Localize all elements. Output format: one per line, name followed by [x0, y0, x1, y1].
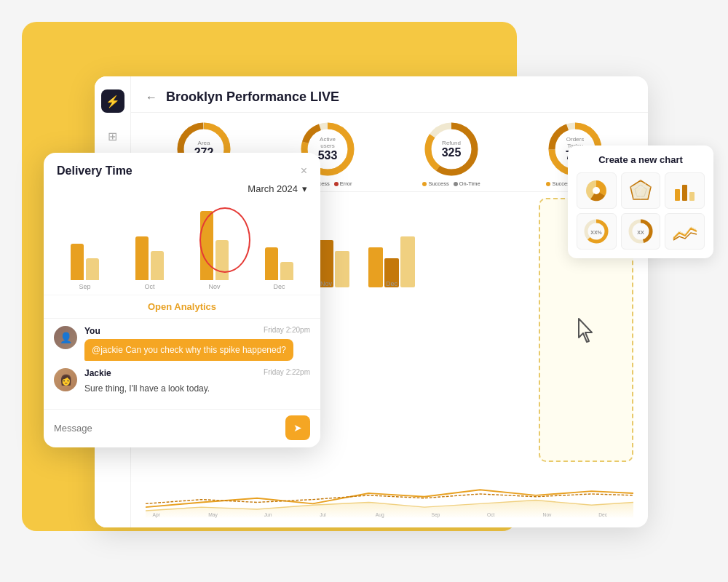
open-analytics-button[interactable]: Open Analytics: [44, 295, 320, 318]
kpi-card-refund: Refund 325 Success On-Time: [393, 120, 510, 187]
page-title: Brooklyn Performance LIVE: [166, 89, 339, 105]
chat-input-row: ➤: [44, 409, 320, 447]
popup-title: Delivery Time: [57, 164, 132, 178]
svg-text:Dec: Dec: [598, 512, 608, 517]
svg-rect-44: [689, 192, 695, 201]
msg-sender-you: You: [84, 326, 100, 336]
add-chart-panel: Create a new chart: [568, 146, 713, 258]
back-button[interactable]: ←: [146, 91, 157, 104]
svg-text:Apr: Apr: [153, 512, 161, 518]
bar-group-nov: Nov: [186, 211, 242, 290]
logo-icon: ⚡: [106, 95, 120, 108]
svg-text:May: May: [208, 512, 218, 518]
chart-option-pie[interactable]: [577, 172, 617, 209]
popup-header: Delivery Time ×: [44, 153, 320, 183]
line-chart-area: Apr May Jun Jul Aug Sep Oct Nov Dec: [131, 465, 648, 527]
svg-rect-42: [675, 189, 680, 201]
header: ← Brooklyn Performance LIVE: [131, 76, 648, 113]
kpi-label-refund: Refund: [442, 140, 462, 146]
chart-option-line[interactable]: [665, 213, 705, 250]
msg-content-you: You Friday 2:20pm @jackie Can you check …: [84, 326, 310, 361]
chart-options-grid: XX% XX: [577, 172, 705, 250]
svg-text:XX%: XX%: [591, 230, 603, 235]
bar-group-dec: Dec: [251, 247, 307, 290]
chat-section: 👤 You Friday 2:20pm @jackie Can you chec…: [44, 318, 320, 409]
avatar-you: 👤: [54, 326, 77, 349]
line-chart-svg: Apr May Jun Jul Aug Sep Oct Nov Dec: [146, 468, 633, 519]
msg-time-jackie: Friday 2:22pm: [264, 368, 310, 378]
popup-month-label: March 2024: [248, 183, 298, 194]
svg-text:Jul: Jul: [320, 512, 326, 517]
donut-center-refund: Refund 325: [442, 140, 462, 159]
send-icon: ➤: [293, 422, 302, 434]
popup-bar-chart: Sep Oct Nov Dec: [44, 200, 320, 295]
chart-option-bar[interactable]: [665, 172, 705, 209]
avatar-jackie: 👩: [54, 368, 77, 391]
svg-text:Nov: Nov: [543, 512, 553, 517]
svg-rect-20: [400, 236, 415, 287]
chart-option-donut1[interactable]: XX%: [577, 213, 617, 250]
svg-text:Oct: Oct: [487, 512, 495, 517]
svg-rect-18: [368, 247, 383, 287]
msg-time-you: Friday 2:20pm: [264, 326, 310, 336]
chat-input[interactable]: [54, 423, 280, 434]
svg-text:Sep: Sep: [431, 512, 440, 518]
sidebar-logo: ⚡: [101, 89, 124, 113]
msg-sender-jackie: Jackie: [84, 368, 111, 378]
msg-bubble-jackie: Sure thing, I'll have a look today.: [84, 383, 210, 394]
kpi-label-users: Active users: [313, 136, 342, 149]
chat-message-jackie: 👩 Jackie Friday 2:22pm Sure thing, I'll …: [54, 368, 310, 394]
chart-option-donut2[interactable]: XX: [621, 213, 661, 250]
svg-point-35: [593, 187, 600, 194]
svg-text:Dec: Dec: [386, 280, 398, 287]
bar-label-oct: Oct: [144, 283, 154, 290]
svg-rect-43: [682, 185, 687, 201]
popup-close-button[interactable]: ×: [301, 164, 307, 178]
bar-label-dec: Dec: [273, 283, 285, 290]
bar-label-sep: Sep: [79, 283, 90, 290]
sidebar-icon-grid[interactable]: ⊞: [103, 126, 123, 146]
kpi-legend-refund: Success On-Time: [422, 180, 480, 187]
bar-label-nov: Nov: [208, 283, 220, 290]
popup-month-selector[interactable]: March 2024 ▾: [44, 183, 320, 200]
svg-rect-17: [335, 251, 349, 287]
svg-text:Nov: Nov: [320, 280, 333, 287]
send-button[interactable]: ➤: [285, 415, 310, 440]
add-chart-title: Create a new chart: [577, 154, 705, 165]
kpi-label-area: Area: [194, 140, 214, 146]
donut-refund: Refund 325: [422, 120, 480, 178]
msg-bubble-you: @jackie Can you check why this spike hap…: [84, 339, 293, 361]
msg-meta-you: You Friday 2:20pm: [84, 326, 310, 336]
bar-group-oct: Oct: [122, 236, 178, 290]
chevron-down-icon: ▾: [302, 183, 307, 194]
svg-text:Jun: Jun: [264, 512, 272, 517]
delivery-popup: Delivery Time × March 2024 ▾ Sep Oct: [44, 153, 320, 447]
svg-text:Aug: Aug: [376, 512, 384, 518]
chat-message-you: 👤 You Friday 2:20pm @jackie Can you chec…: [54, 326, 310, 361]
cursor-icon: [574, 317, 598, 343]
bar-group-sep: Sep: [57, 244, 113, 290]
kpi-value-refund: 325: [442, 146, 462, 159]
msg-content-jackie: Jackie Friday 2:22pm Sure thing, I'll ha…: [84, 368, 310, 394]
svg-text:XX: XX: [637, 230, 644, 235]
msg-meta-jackie: Jackie Friday 2:22pm: [84, 368, 310, 378]
chart-option-radar[interactable]: [621, 172, 661, 209]
